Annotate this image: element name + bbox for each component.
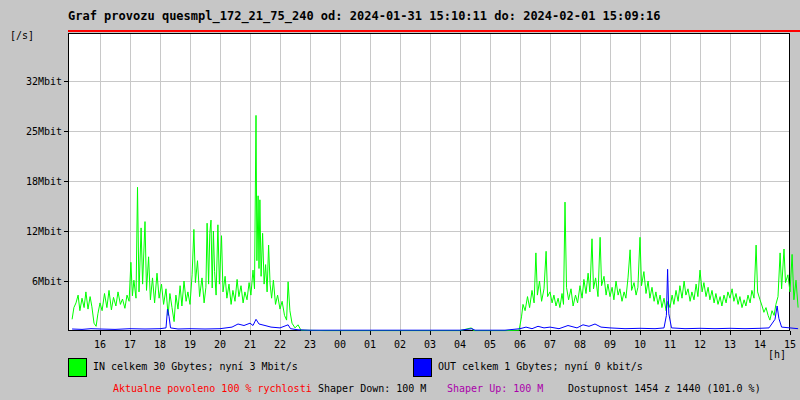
- plot-area: [68, 33, 790, 331]
- traffic-chart: 6Mbit12Mbit18Mbit25Mbit32Mbit16171819202…: [0, 0, 800, 400]
- x-axis-unit-label: [h]: [768, 349, 786, 360]
- legend-out-swatch: [413, 358, 432, 377]
- x-tick-label: 21: [244, 339, 256, 350]
- x-tick-label: 19: [184, 339, 196, 350]
- x-tick-label: 20: [214, 339, 226, 350]
- allowed-speed-text: Aktualne povoleno 100 % rychlosti: [113, 383, 312, 394]
- x-tick-label: 02: [394, 339, 406, 350]
- x-tick-label: 16: [94, 339, 106, 350]
- shaper-up-text: Shaper Up: 100 M: [447, 383, 543, 394]
- x-tick-label: 08: [574, 339, 586, 350]
- legend-in-swatch: [68, 358, 87, 377]
- x-tick-label: 01: [364, 339, 376, 350]
- x-tick-label: 05: [484, 339, 496, 350]
- y-tick-label: 6Mbit: [32, 276, 62, 287]
- legend-in-label: IN celkem 30 Gbytes; nyní 3 Mbit/s: [93, 361, 298, 372]
- x-tick-label: 18: [154, 339, 166, 350]
- x-tick-label: 17: [124, 339, 136, 350]
- x-tick-label: 11: [664, 339, 676, 350]
- availability-text: Dostupnost 1454 z 1440 (101.0 %): [568, 383, 761, 394]
- x-tick-label: 04: [454, 339, 466, 350]
- x-tick-label: 13: [724, 339, 736, 350]
- x-tick-label: 22: [274, 339, 286, 350]
- y-tick-label: 12Mbit: [26, 226, 62, 237]
- limit-line: [68, 30, 800, 32]
- x-tick-label: 23: [304, 339, 316, 350]
- x-tick-label: 12: [694, 339, 706, 350]
- y-tick-label: 32Mbit: [26, 76, 62, 87]
- x-tick-label: 09: [604, 339, 616, 350]
- legend-out-label: OUT celkem 1 Gbytes; nyní 0 kbit/s: [438, 361, 643, 372]
- x-tick-label: 03: [424, 339, 436, 350]
- x-tick-label: 10: [634, 339, 646, 350]
- mrtg-graph-page: Graf provozu quesmpl_172_21_75_240 od: 2…: [0, 0, 800, 400]
- shaper-down-text: Shaper Down: 100 M: [318, 383, 426, 394]
- x-tick-label: 00: [334, 339, 346, 350]
- x-tick-label: 06: [514, 339, 526, 350]
- y-tick-label: 25Mbit: [26, 126, 62, 137]
- x-tick-label: 14: [754, 339, 766, 350]
- y-tick-label: 18Mbit: [26, 176, 62, 187]
- x-tick-label: 07: [544, 339, 556, 350]
